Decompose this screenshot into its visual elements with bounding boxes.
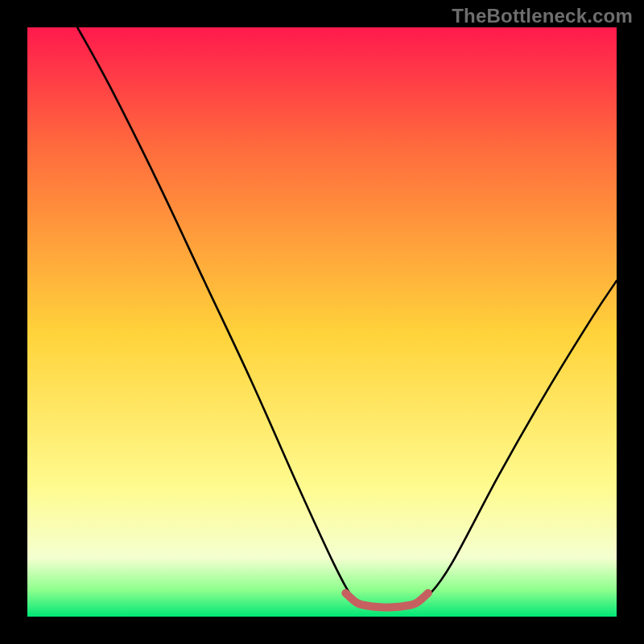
plot-area [27,27,617,617]
optimal-band-marker [345,593,427,608]
bottleneck-curve [77,27,617,606]
watermark-text: TheBottleneck.com [452,5,633,27]
chart-frame: TheBottleneck.com [0,0,644,644]
curve-layer [27,27,617,617]
